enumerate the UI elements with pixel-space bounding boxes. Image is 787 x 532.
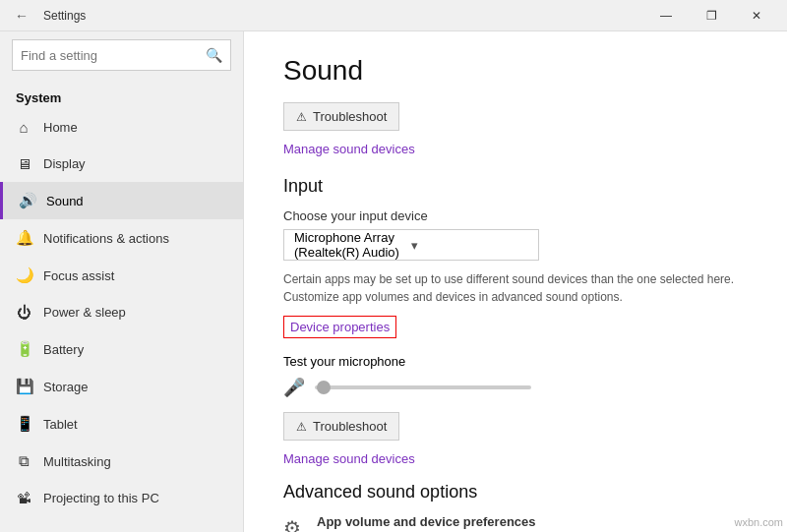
sidebar-item-label-focus: Focus assist: [43, 268, 114, 283]
sidebar-section-label: System: [0, 79, 243, 109]
projecting-icon: 📽: [16, 490, 31, 506]
device-properties-link[interactable]: Device properties: [283, 316, 396, 338]
sidebar-item-label-battery: Battery: [43, 342, 84, 357]
home-icon: ⌂: [16, 119, 31, 136]
advanced-item-text: App volume and device preferences Custom…: [317, 514, 645, 532]
sound-icon: 🔊: [19, 192, 34, 209]
sidebar-item-label-notifications: Notifications & actions: [43, 231, 169, 246]
main-content: Sound ⚠ Troubleshoot Manage sound device…: [244, 31, 787, 532]
storage-icon: 💾: [16, 378, 31, 395]
sidebar-item-storage[interactable]: 💾Storage: [0, 368, 243, 405]
mic-level-slider[interactable]: [315, 385, 531, 389]
advanced-section-title: Advanced sound options: [283, 482, 748, 502]
app-body: 🔍 System ⌂Home🖥Display🔊Sound🔔Notificatio…: [0, 31, 787, 532]
back-button[interactable]: ←: [8, 2, 35, 30]
microphone-slider-row: 🎤: [283, 377, 748, 398]
input-device-select[interactable]: Microphone Array (Realtek(R) Audio) ▾: [283, 229, 539, 261]
page-title: Sound: [283, 55, 748, 87]
sidebar-item-label-display: Display: [43, 156, 86, 171]
battery-icon: 🔋: [16, 340, 31, 358]
info-text: Certain apps may be set up to use differ…: [283, 270, 748, 306]
display-icon: 🖥: [16, 155, 31, 172]
search-icon: 🔍: [206, 47, 222, 63]
sidebar-item-focus[interactable]: 🌙Focus assist: [0, 257, 243, 294]
window-controls: — ❐ ✕: [643, 0, 779, 31]
focus-icon: 🌙: [16, 266, 31, 284]
slider-thumb[interactable]: [317, 381, 331, 394]
titlebar: ← Settings — ❐ ✕: [0, 0, 787, 31]
titlebar-title: Settings: [43, 9, 86, 23]
advanced-item-row: ⚙ App volume and device preferences Cust…: [283, 514, 748, 532]
sliders-icon: ⚙: [283, 516, 301, 532]
test-mic-label: Test your microphone: [283, 354, 748, 369]
tablet-icon: 📱: [16, 415, 31, 433]
sidebar-item-tablet[interactable]: 📱Tablet: [0, 405, 243, 443]
sidebar-item-label-home: Home: [43, 120, 78, 135]
watermark: wxbn.com: [734, 516, 783, 528]
selected-device-text: Microphone Array (Realtek(R) Audio): [294, 230, 411, 260]
sidebar-item-label-tablet: Tablet: [43, 417, 78, 432]
input-section-title: Input: [283, 176, 748, 197]
choose-device-label: Choose your input device: [283, 208, 748, 223]
troubleshoot-label-top: Troubleshoot: [313, 109, 387, 124]
back-icon: ←: [15, 8, 29, 24]
close-button[interactable]: ✕: [734, 0, 779, 31]
sidebar-item-battery[interactable]: 🔋Battery: [0, 330, 243, 368]
warning-icon-bottom: ⚠: [296, 420, 307, 434]
notifications-icon: 🔔: [16, 229, 31, 247]
manage-devices-link-bottom[interactable]: Manage sound devices: [283, 451, 415, 466]
sidebar-item-projecting[interactable]: 📽Projecting to this PC: [0, 480, 243, 516]
power-icon: ⏻: [16, 304, 31, 321]
advanced-item-title[interactable]: App volume and device preferences: [317, 514, 645, 529]
warning-icon-top: ⚠: [296, 110, 307, 124]
troubleshoot-label-bottom: Troubleshoot: [313, 419, 387, 434]
search-bar[interactable]: 🔍: [12, 39, 231, 71]
sidebar-item-label-storage: Storage: [43, 380, 89, 394]
sidebar-item-notifications[interactable]: 🔔Notifications & actions: [0, 219, 243, 257]
sidebar-item-label-projecting: Projecting to this PC: [43, 491, 159, 505]
troubleshoot-button-bottom[interactable]: ⚠ Troubleshoot: [283, 412, 399, 441]
sidebar-item-sound[interactable]: 🔊Sound: [0, 182, 243, 219]
sidebar-item-multitasking[interactable]: ⧉Multitasking: [0, 443, 243, 480]
search-input[interactable]: [21, 48, 206, 63]
sidebar-item-power[interactable]: ⏻Power & sleep: [0, 294, 243, 330]
microphone-icon: 🎤: [283, 377, 305, 398]
troubleshoot-button-top[interactable]: ⚠ Troubleshoot: [283, 102, 399, 131]
chevron-down-icon: ▾: [411, 238, 528, 253]
sidebar-item-label-sound: Sound: [46, 194, 84, 208]
sidebar-nav: ⌂Home🖥Display🔊Sound🔔Notifications & acti…: [0, 109, 243, 516]
sidebar-item-display[interactable]: 🖥Display: [0, 146, 243, 182]
sidebar-item-label-power: Power & sleep: [43, 305, 126, 320]
minimize-button[interactable]: —: [643, 0, 689, 31]
sidebar: 🔍 System ⌂Home🖥Display🔊Sound🔔Notificatio…: [0, 31, 244, 532]
manage-devices-link-top[interactable]: Manage sound devices: [283, 142, 415, 156]
sidebar-item-home[interactable]: ⌂Home: [0, 109, 243, 146]
restore-button[interactable]: ❐: [689, 0, 734, 31]
sidebar-item-label-multitasking: Multitasking: [43, 454, 111, 469]
multitasking-icon: ⧉: [16, 452, 31, 470]
